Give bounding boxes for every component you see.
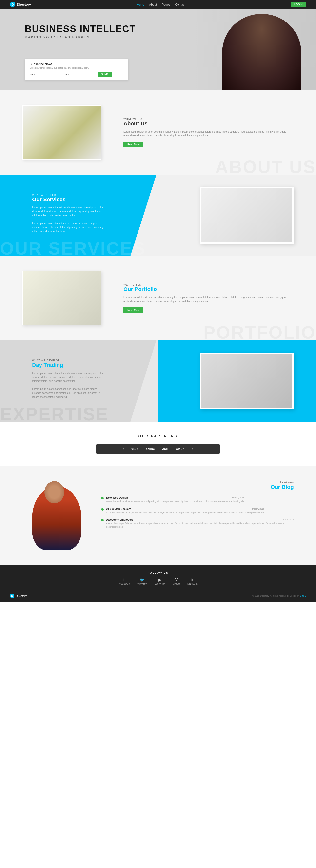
- expertise-image: [200, 352, 294, 409]
- partner-stripe: stripe: [146, 447, 155, 451]
- hero-person-image: [192, 9, 316, 91]
- blog-item-text-2: 21 000 Job Seekers 4 March, 2018 Curabit…: [106, 507, 265, 515]
- portfolio-text: We Are Best Our Portfolio Lorem ipsum do…: [124, 283, 294, 313]
- logo-circle: D: [10, 2, 15, 7]
- services-body2: Lorem ipsum dolor sit amet sed sed labor…: [32, 221, 106, 234]
- subscribe-box: Subscribe Now! Excepteur sint occaecat c…: [25, 59, 128, 80]
- about-readmore[interactable]: Read More: [124, 142, 143, 147]
- hero-content: BUSINESS INTELLECT MAKING YOUR IDEAS HAP…: [25, 24, 136, 80]
- blog-header: Latest News Our Blog: [101, 481, 294, 490]
- expertise-body1: Lorem ipsum dolor sit amet sed diam nonu…: [32, 371, 106, 383]
- email-label: Email: [64, 73, 70, 76]
- about-image: [22, 105, 101, 160]
- blog-item-title-3: Awesome Employers: [106, 518, 133, 521]
- expertise-title: Day Trading: [32, 362, 106, 368]
- title-line-right: [180, 436, 195, 436]
- nav-home[interactable]: Home: [136, 3, 144, 6]
- expertise-body2: Lorem ipsum dolor sit amet sed sed labor…: [32, 387, 106, 399]
- portfolio-readmore[interactable]: Read More: [124, 307, 143, 313]
- navbar: D Directory Home About Pages Contact LOG…: [0, 0, 316, 9]
- blog-label: Latest News: [101, 481, 294, 484]
- youtube-icon: ▶: [154, 578, 166, 582]
- footer-brand: D Directory: [10, 594, 27, 598]
- services-image-wrap: [116, 187, 294, 244]
- subscribe-text: Excepteur sint occaecat cupidatat, pallu…: [30, 67, 124, 69]
- portfolio-inner: We Are Best Our Portfolio Lorem ipsum do…: [22, 271, 294, 326]
- blog-item-date-3: 7 April, 2019: [281, 519, 294, 521]
- services-label: What We Offer: [32, 193, 106, 196]
- services-inner: What We Offer Our Services Lorem ipsum d…: [22, 175, 294, 256]
- hero-subtitle: MAKING YOUR IDEAS HAPPEN: [25, 35, 136, 39]
- nav-pages[interactable]: Pages: [162, 3, 170, 6]
- email-input[interactable]: [72, 72, 96, 77]
- about-body: Lorem ipsum dolor sit amet sed diam nonu…: [124, 130, 294, 138]
- blog-inner: Latest News Our Blog New Web Design 21 M…: [22, 481, 294, 550]
- social-vimeo[interactable]: V VIMEO: [173, 578, 180, 585]
- footer-copyright: © 2018 Directory. All rights reserved | …: [252, 595, 306, 597]
- social-youtube[interactable]: ▶ YOUTUBE: [154, 578, 166, 585]
- about-text: What We Do About Us Lorem ipsum dolor si…: [124, 118, 294, 147]
- footer-social: f FACEBOOK 🐦 TWITTER ▶ YOUTUBE V VIMEO i…: [0, 578, 316, 585]
- blog-items: New Web Design 21 March, 2019 Lorem ipsu…: [101, 496, 294, 529]
- partners-next[interactable]: ›: [192, 447, 193, 451]
- blog-title: Our Blog: [101, 484, 294, 490]
- social-linkedin[interactable]: in LINKED IN: [187, 578, 198, 585]
- services-body1: Lorem ipsum dolor sit amet sed diam nonu…: [32, 206, 106, 218]
- subscribe-form: Name Email SEND: [30, 72, 124, 77]
- blog-dot-1: [101, 497, 104, 499]
- partners-prev[interactable]: ‹: [123, 447, 124, 451]
- subscribe-heading: Subscribe Now!: [30, 62, 124, 66]
- expertise-label: What We Develop: [32, 359, 106, 362]
- blog-item-date-2: 4 March, 2018: [250, 507, 265, 510]
- nav-contact[interactable]: Contact: [175, 3, 185, 6]
- expertise-image-wrap: [116, 352, 294, 409]
- linkedin-icon: in: [187, 578, 198, 582]
- about-label: What We Do: [124, 118, 294, 120]
- hero-title: BUSINESS INTELLECT: [25, 24, 136, 34]
- blog-person: [22, 481, 91, 550]
- login-button[interactable]: LOGIN: [291, 2, 306, 7]
- brand-name: Directory: [17, 3, 31, 6]
- send-button[interactable]: SEND: [98, 72, 112, 77]
- name-input[interactable]: [38, 72, 63, 77]
- partner-visa: VISA: [131, 447, 139, 451]
- footer-brand-name: Directory: [16, 594, 27, 597]
- portfolio-label: We Are Best: [124, 283, 294, 286]
- portfolio-image: [22, 271, 101, 326]
- title-line-left: [121, 436, 136, 436]
- facebook-icon: f: [118, 578, 130, 582]
- partners-section: OUR PARTNERS ‹ VISA stripe JCB AMEX ›: [0, 422, 316, 466]
- expertise-inner: What We Develop Day Trading Lorem ipsum …: [22, 340, 294, 422]
- footer-bottom: D Directory © 2018 Directory. All rights…: [0, 592, 316, 600]
- partners-title-row: OUR PARTNERS: [0, 434, 316, 438]
- about-bg-text: ABOUT US: [215, 157, 316, 177]
- social-twitter[interactable]: 🐦 TWITTER: [137, 578, 147, 585]
- about-section: What We Do About Us Lorem ipsum dolor si…: [0, 91, 316, 175]
- services-text: What We Offer Our Services Lorem ipsum d…: [22, 193, 106, 237]
- nav-about[interactable]: About: [149, 3, 157, 6]
- portfolio-bg-text: PORTFOLIO: [203, 322, 316, 343]
- brand-logo[interactable]: D Directory: [10, 2, 31, 7]
- social-facebook[interactable]: f FACEBOOK: [118, 578, 130, 585]
- footer-follow: FOLLOW US: [0, 571, 316, 574]
- expertise-section: What We Develop Day Trading Lorem ipsum …: [0, 340, 316, 422]
- blog-content: Latest News Our Blog New Web Design 21 M…: [101, 481, 294, 529]
- about-title: About Us: [124, 120, 294, 127]
- about-inner: What We Do About Us Lorem ipsum dolor si…: [22, 105, 294, 160]
- services-section: What We Offer Our Services Lorem ipsum d…: [0, 175, 316, 256]
- partner-amex: AMEX: [176, 447, 185, 451]
- blog-item-2: 21 000 Job Seekers 4 March, 2018 Curabit…: [101, 507, 294, 515]
- portfolio-title: Our Portfolio: [124, 286, 294, 292]
- portfolio-image-wrap: [22, 271, 109, 326]
- expertise-text: What We Develop Day Trading Lorem ipsum …: [22, 359, 106, 403]
- blog-dot-3: [101, 519, 104, 521]
- blog-person-figure: [30, 481, 84, 550]
- vimeo-icon: V: [173, 578, 180, 582]
- about-image-wrap: [22, 105, 109, 160]
- services-title: Our Services: [32, 196, 106, 203]
- blog-dot-2: [101, 508, 104, 510]
- blog-item-title-2: 21 000 Job Seekers: [106, 507, 131, 510]
- footer-design-link[interactable]: BIG.D: [300, 595, 306, 597]
- name-label: Name: [30, 73, 36, 76]
- blog-item-text-1: New Web Design 21 March, 2019 Lorem ipsu…: [106, 496, 244, 503]
